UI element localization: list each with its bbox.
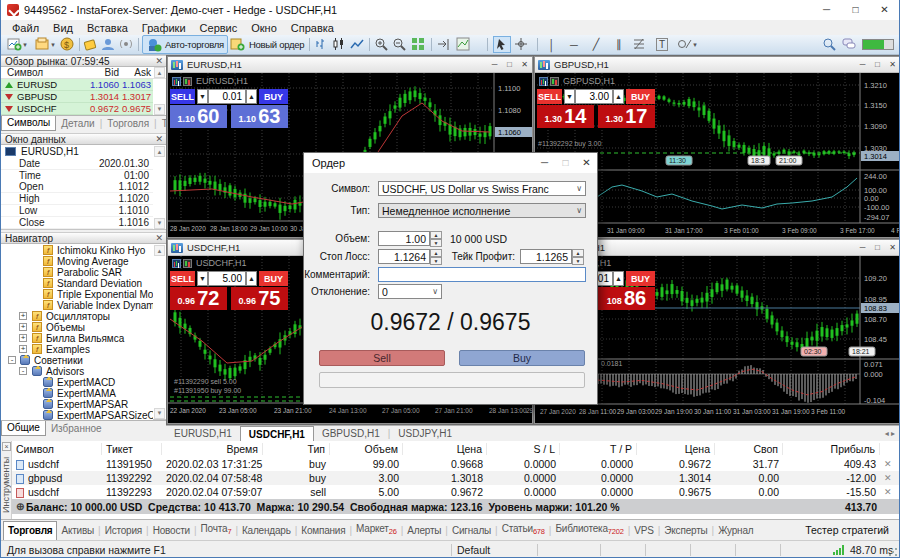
terminal-tab-8[interactable]: Алерты — [403, 522, 445, 540]
dialog-minimize-button[interactable]: ─ — [534, 153, 555, 173]
menu-item-3[interactable]: Графики — [135, 22, 193, 34]
navigator-item-14[interactable]: ExpertMAPSAR — [1, 399, 153, 410]
candles-chart-button[interactable] — [331, 36, 349, 53]
panel-ask-price[interactable]: 10886 — [598, 287, 655, 310]
volume-up-button[interactable]: ▲ — [246, 271, 257, 286]
maximize-button[interactable]: □ — [841, 0, 870, 20]
volume-down-button[interactable]: ▼ — [197, 89, 208, 104]
channel-button[interactable]: ∥ — [609, 36, 627, 53]
type-select[interactable]: Немедленное исполнение∨ — [378, 203, 586, 218]
close-button[interactable]: ✕ — [870, 0, 899, 20]
expand-icon[interactable]: + — [19, 345, 27, 353]
panel-buy-button[interactable]: BUY — [259, 89, 288, 104]
status-profile[interactable]: Default — [457, 544, 490, 556]
minimize-button[interactable]: ─ — [812, 0, 841, 20]
panel-buy-button[interactable]: BUY — [626, 271, 655, 286]
volume-input[interactable]: 1.00 — [378, 231, 430, 246]
chart-tab-1[interactable]: USDCHF,H1 — [240, 426, 314, 441]
new-chart-button[interactable]: ▾ — [4, 36, 30, 53]
new-order-button[interactable]: Новый ордер — [227, 35, 307, 54]
zoom-out-button[interactable] — [391, 36, 409, 53]
volume-down-button[interactable]: ▼ — [564, 89, 575, 104]
panel-ask-price[interactable]: 0.9675 — [231, 287, 288, 310]
terminal-tab-0[interactable]: Торговля — [3, 521, 57, 540]
navigator-item-3[interactable]: fStandard Deviation — [1, 278, 153, 289]
chart-close-button[interactable]: ✕ — [885, 240, 900, 255]
navigator-item-4[interactable]: fTriple Exponential Movin — [1, 289, 153, 300]
panel-volume-input[interactable]: 0.01 — [208, 89, 246, 104]
market-watch-row-EURUSD[interactable]: EURUSD1.10601.1063 — [1, 79, 153, 91]
chart-maximize-button[interactable]: □ — [502, 57, 517, 72]
navigator-item-10[interactable]: -Советники — [1, 355, 153, 366]
chart-close-button[interactable]: ✕ — [885, 57, 900, 72]
chat-icon[interactable] — [841, 36, 859, 53]
panel-buy-button[interactable]: BUY — [259, 271, 288, 286]
autotrade-button[interactable]: Авто-торговля — [142, 35, 228, 54]
panel-ask-price[interactable]: 1.3017 — [598, 105, 655, 128]
takeprofit-spinner[interactable]: ▲▼ — [572, 249, 584, 264]
vline-button[interactable]: │ — [543, 36, 561, 53]
navigator-item-9[interactable]: +fExamples — [1, 344, 153, 355]
chart-maximize-button[interactable]: □ — [870, 240, 885, 255]
terminal-close-icon[interactable]: × — [2, 442, 11, 451]
volume-up-button[interactable]: ▲ — [246, 89, 257, 104]
navigator-item-11[interactable]: -Advisors — [1, 366, 153, 377]
tile-windows-button[interactable] — [409, 36, 429, 53]
market-watch-tab-1[interactable]: Детали — [56, 118, 99, 129]
navigator-item-0[interactable]: fIchimoku Kinko Hyo — [1, 245, 153, 256]
line-chart-button[interactable] — [349, 36, 367, 53]
menu-item-5[interactable]: Окно — [244, 22, 284, 34]
terminal-tab-9[interactable]: Сигналы — [448, 522, 495, 540]
navigator-tab-1[interactable]: Избранное — [46, 423, 107, 434]
panel-buy-button[interactable]: BUY — [626, 89, 655, 104]
collapse-icon[interactable]: - — [19, 367, 27, 375]
stoploss-input[interactable]: 1.1264 — [378, 249, 430, 264]
comment-input[interactable] — [378, 267, 586, 282]
navigator-item-12[interactable]: ExpertMACD — [1, 377, 153, 388]
panel-bid-price[interactable]: 1.3014 — [537, 105, 594, 128]
market-watch-button[interactable]: $ — [59, 36, 77, 53]
volume-up-button[interactable]: ▲ — [613, 271, 624, 286]
market-watch-row-USDCHF[interactable]: USDCHF0.96720.9675 — [1, 103, 153, 115]
panel-ask-price[interactable]: 1.1063 — [231, 105, 288, 128]
market-watch-tab-0[interactable]: Символы — [1, 116, 56, 131]
chart-minimize-button[interactable]: ─ — [487, 57, 502, 72]
sell-button[interactable]: Sell — [319, 350, 445, 366]
menu-item-4[interactable]: Сервис — [193, 22, 245, 34]
volume-up-button[interactable]: ▲ — [613, 89, 624, 104]
terminal-tab-7[interactable]: Маркет26 — [352, 520, 401, 540]
terminal-tab-11[interactable]: Библиотека7202 — [551, 520, 627, 540]
navigator-item-7[interactable]: +fОбъемы — [1, 322, 153, 333]
nav-scroll-up-icon[interactable]: ▲ — [154, 245, 165, 256]
close-position-icon[interactable]: ✕ — [880, 487, 898, 497]
navigator-item-2[interactable]: fParabolic SAR — [1, 267, 153, 278]
chart-minimize-button[interactable]: ─ — [855, 57, 870, 72]
market-watch-tab-3[interactable]: Тики — [157, 118, 166, 129]
scroll-up-icon[interactable]: ▲ — [154, 67, 165, 78]
cursor-button[interactable] — [493, 36, 511, 53]
accounts-button[interactable] — [100, 36, 118, 53]
navigator-item-13[interactable]: ExpertMAMA — [1, 388, 153, 399]
resize-grip[interactable] — [889, 548, 897, 556]
collapse-icon[interactable]: - — [8, 356, 16, 364]
profiles-button[interactable]: ▾ — [32, 36, 58, 53]
panel-volume-input[interactable]: 5.00 — [208, 271, 246, 286]
data-scroll-down-icon[interactable]: ▼ — [154, 218, 165, 229]
menu-item-1[interactable]: Вид — [46, 22, 80, 34]
fibonacci-button[interactable] — [631, 36, 649, 53]
chart-maximize-button[interactable]: □ — [870, 57, 885, 72]
terminal-tab-10[interactable]: Статьи678 — [498, 520, 549, 540]
panel-volume-input[interactable]: 3.00 — [575, 89, 613, 104]
chart-tab-scroll[interactable]: ◂ ▸ — [885, 429, 900, 438]
market-watch-tab-2[interactable]: Торговля — [102, 118, 154, 129]
shapes-button[interactable]: ▾ — [675, 36, 699, 53]
trendline-button[interactable]: ╱ — [587, 36, 605, 53]
market-watch-close-icon[interactable]: ✕ — [155, 56, 163, 67]
expand-icon[interactable]: + — [19, 312, 27, 320]
volume-down-button[interactable]: ▼ — [197, 271, 208, 286]
search-icon[interactable] — [821, 36, 839, 53]
terminal-tab-1[interactable]: Активы — [57, 522, 98, 540]
panel-bid-price[interactable]: 1.1060 — [170, 105, 227, 128]
menu-item-2[interactable]: Вставка — [80, 22, 135, 34]
close-position-icon[interactable]: ✕ — [880, 473, 898, 483]
